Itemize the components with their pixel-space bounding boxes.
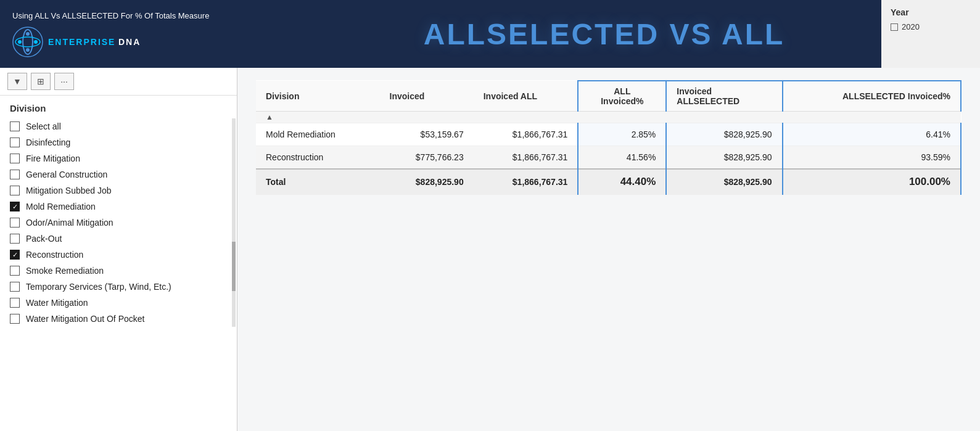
svg-point-4	[26, 48, 30, 52]
td-invoiced-all: $1,866,767.31	[474, 123, 579, 146]
scrollbar-thumb[interactable]	[232, 242, 236, 291]
filter-label: Water Mitigation	[26, 298, 88, 308]
header-title: ALLSELECTED VS ALL	[241, 17, 968, 51]
filter-button[interactable]: ▼	[7, 73, 27, 90]
table-row: Reconstruction$775,766.23$1,866,767.3141…	[256, 146, 961, 170]
svg-point-0	[13, 27, 43, 57]
year-2020-checkbox[interactable]	[891, 23, 898, 31]
filter-checkbox[interactable]	[10, 218, 20, 228]
filter-item[interactable]: Odor/Animal Mitigation	[0, 215, 237, 231]
year-2020-option[interactable]: 2020	[891, 22, 971, 31]
td-total-allselected-pct: 100.00%	[783, 169, 961, 195]
filter-item[interactable]: Water Mitigation Out Of Pocket	[0, 311, 237, 327]
filter-item[interactable]: Water Mitigation	[0, 295, 237, 311]
filter-item[interactable]: General Construction	[0, 166, 237, 183]
td-total-label: Total	[256, 169, 380, 195]
filter-label: Disinfecting	[26, 138, 70, 147]
filter-label: Mold Remediation	[26, 202, 96, 211]
filter-checkbox[interactable]	[10, 298, 20, 308]
th-division[interactable]: Division	[256, 81, 380, 112]
scrollbar-track[interactable]	[232, 118, 236, 327]
filter-label: Mitigation Subbed Job	[26, 186, 112, 195]
th-invoiced-all[interactable]: Invoiced ALL	[474, 81, 579, 112]
year-panel: Year 2020	[881, 0, 980, 68]
td-division: Reconstruction	[256, 146, 380, 170]
dna-logo-icon	[12, 27, 43, 57]
filter-item[interactable]: Fire Mitigation	[0, 150, 237, 166]
sidebar: ▼ ⊞ ··· Division Select allDisinfectingF…	[0, 68, 237, 431]
filter-checkbox[interactable]	[10, 282, 20, 292]
td-allselected-pct: 6.41%	[783, 123, 961, 146]
logo-area: Using ALL Vs ALLSELECTED For % Of Totals…	[12, 11, 241, 57]
data-table: Division Invoiced Invoiced ALL ALLInvoic…	[256, 80, 961, 195]
td-division: Mold Remediation	[256, 123, 380, 146]
filter-item[interactable]: ✓Reconstruction	[0, 247, 237, 263]
sort-arrow[interactable]: ▲	[266, 113, 273, 121]
filter-label: Select all	[26, 121, 61, 131]
filter-label: Fire Mitigation	[26, 154, 80, 163]
td-allselected-pct: 93.59%	[783, 146, 961, 170]
td-invoiced-all: $1,866,767.31	[474, 146, 579, 170]
th-allselected-invoiced-pct[interactable]: ALLSELECTED Invoiced%	[783, 81, 961, 112]
subtitle-text: Using ALL Vs ALLSELECTED For % Of Totals…	[12, 11, 209, 20]
td-total-all-pct: 44.40%	[578, 169, 666, 195]
svg-point-5	[18, 40, 22, 44]
filter-label: Reconstruction	[26, 250, 83, 260]
table-sort-row: ▲	[256, 112, 961, 123]
th-invoiced-allselected[interactable]: InvoicedALLSELECTED	[666, 81, 782, 112]
filter-item[interactable]: Disinfecting	[0, 134, 237, 150]
logo-box: ENTERPRISE DNA	[12, 27, 141, 57]
filter-label: General Construction	[26, 170, 107, 179]
filter-checkbox[interactable]	[10, 138, 20, 147]
filter-item[interactable]: Pack-Out	[0, 231, 237, 247]
td-all-invoiced-pct: 2.85%	[578, 123, 666, 146]
header: Using ALL Vs ALLSELECTED For % Of Totals…	[0, 0, 980, 68]
th-all-invoiced-pct[interactable]: ALLInvoiced%	[578, 81, 666, 112]
svg-point-6	[34, 40, 38, 44]
filter-label: Smoke Remediation	[26, 266, 104, 276]
filter-label: Pack-Out	[26, 234, 62, 244]
filter-checkbox[interactable]	[10, 266, 20, 276]
filter-checkbox[interactable]	[10, 314, 20, 324]
filter-checkbox[interactable]	[10, 121, 20, 131]
division-title: Division	[0, 96, 237, 118]
td-all-invoiced-pct: 41.56%	[578, 146, 666, 170]
edit-icon: ⊞	[37, 76, 44, 86]
year-label: Year	[891, 7, 971, 17]
svg-point-3	[26, 32, 30, 36]
table-header-row: Division Invoiced Invoiced ALL ALLInvoic…	[256, 81, 961, 112]
filter-item[interactable]: Mitigation Subbed Job	[0, 183, 237, 199]
td-invoiced: $775,766.23	[380, 146, 474, 170]
filter-item[interactable]: Smoke Remediation	[0, 263, 237, 279]
year-2020-label: 2020	[902, 22, 920, 31]
more-button[interactable]: ···	[54, 73, 74, 90]
toolbar: ▼ ⊞ ···	[0, 68, 237, 96]
filter-checkbox[interactable]	[10, 186, 20, 195]
td-invoiced-allselected: $828,925.90	[666, 123, 782, 146]
logo-text: ENTERPRISE DNA	[48, 36, 141, 47]
filter-icon: ▼	[13, 76, 22, 86]
filter-item[interactable]: Temporary Services (Tarp, Wind, Etc.)	[0, 279, 237, 295]
filter-checkbox[interactable]: ✓	[10, 202, 20, 211]
filter-item[interactable]: Select all	[0, 118, 237, 134]
right-content: Division Invoiced Invoiced ALL ALLInvoic…	[237, 68, 980, 431]
th-invoiced[interactable]: Invoiced	[380, 81, 474, 112]
td-invoiced-allselected: $828,925.90	[666, 146, 782, 170]
td-total-invoiced: $828,925.90	[380, 169, 474, 195]
more-icon: ···	[60, 76, 68, 86]
filter-checkbox[interactable]	[10, 170, 20, 179]
filter-item[interactable]: ✓Mold Remediation	[0, 199, 237, 215]
edit-button[interactable]: ⊞	[31, 73, 51, 90]
table-body: Mold Remediation$53,159.67$1,866,767.312…	[256, 123, 961, 170]
filter-checkbox[interactable]	[10, 154, 20, 163]
filter-checkbox[interactable]: ✓	[10, 250, 20, 260]
filter-checkbox[interactable]	[10, 234, 20, 244]
table-row: Mold Remediation$53,159.67$1,866,767.312…	[256, 123, 961, 146]
td-invoiced: $53,159.67	[380, 123, 474, 146]
filter-label: Temporary Services (Tarp, Wind, Etc.)	[26, 282, 171, 292]
filter-list: Select allDisinfectingFire MitigationGen…	[0, 118, 237, 327]
filter-list-container: Select allDisinfectingFire MitigationGen…	[0, 118, 237, 327]
main-content: ▼ ⊞ ··· Division Select allDisinfectingF…	[0, 68, 980, 431]
td-total-invoiced-all: $1,866,767.31	[474, 169, 579, 195]
table-footer: Total$828,925.90$1,866,767.3144.40%$828,…	[256, 169, 961, 195]
